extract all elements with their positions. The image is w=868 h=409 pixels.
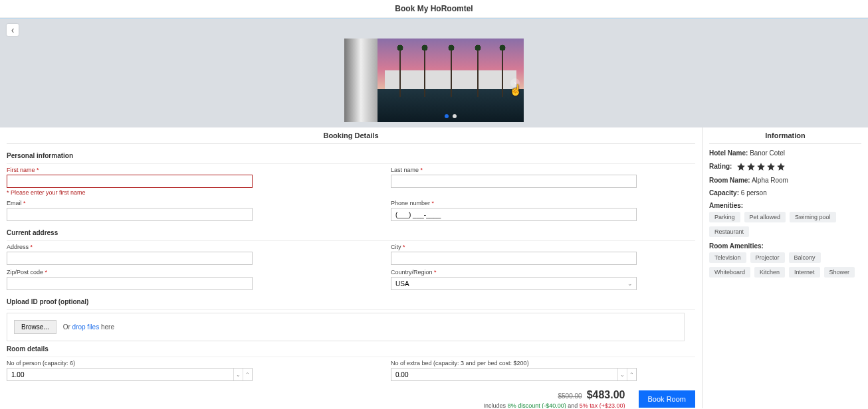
amenity-tag: Television xyxy=(709,252,746,263)
address-input[interactable] xyxy=(7,252,253,265)
rating-stars xyxy=(736,162,786,171)
zip-input[interactable] xyxy=(7,277,253,290)
capacity-row: Capacity: 6 person xyxy=(709,189,861,197)
room-name-row: Room Name: Alpha Room xyxy=(709,177,861,184)
page-title: Book My HoRoomtel xyxy=(0,0,868,18)
beds-label: No of extra bed (capacity: 3 and per bed… xyxy=(391,360,695,367)
hotel-name-row: Hotel Name: Banor Cotel xyxy=(709,149,861,157)
gallery-dots xyxy=(445,114,457,118)
personal-heading: Personal information xyxy=(7,152,695,159)
amenities-row: Amenities: ParkingPet allowedSwiming poo… xyxy=(709,202,861,237)
amenity-tag: Parking xyxy=(709,212,740,222)
email-input[interactable] xyxy=(7,208,253,221)
old-price: $500.00 xyxy=(558,392,582,400)
star-icon xyxy=(766,162,776,171)
stepper-down-button[interactable]: ⌄ xyxy=(617,368,627,380)
star-icon xyxy=(736,162,746,171)
arrow-left-icon xyxy=(11,25,15,35)
gallery-dot[interactable] xyxy=(445,114,449,118)
booking-details-heading: Booking Details xyxy=(7,127,695,144)
star-icon xyxy=(756,162,766,171)
price-note: Includes 8% discount (-$40.00) and 5% ta… xyxy=(484,402,625,408)
star-icon xyxy=(776,162,786,171)
book-room-button[interactable]: Book Room xyxy=(639,390,695,408)
beds-stepper[interactable] xyxy=(391,368,637,381)
email-label: Email * xyxy=(7,200,311,206)
country-select[interactable] xyxy=(391,277,637,290)
amenity-tag: Restaurant xyxy=(709,226,749,237)
first-name-label: First name * xyxy=(7,167,311,173)
back-button[interactable] xyxy=(7,24,19,36)
drop-hint: Or drop files here xyxy=(63,323,114,331)
city-label: City * xyxy=(391,244,695,250)
amenity-tag: Swiming pool xyxy=(790,212,836,222)
amenity-tag: Shower xyxy=(824,267,855,278)
address-heading: Current address xyxy=(7,229,695,236)
stepper-up-button[interactable]: ⌃ xyxy=(627,368,636,380)
amenity-tag: Projector xyxy=(750,252,785,263)
persons-label: No of person (capacity: 6) xyxy=(7,360,311,367)
information-heading: Information xyxy=(709,127,861,144)
star-icon xyxy=(746,162,756,171)
persons-stepper[interactable] xyxy=(7,368,253,381)
browse-button[interactable]: Browse... xyxy=(14,320,56,334)
amenity-tag: Whiteboard xyxy=(709,267,750,278)
rating-row: Rating: xyxy=(709,162,861,171)
new-price: $483.00 xyxy=(587,389,625,400)
hero-banner: › ☝ xyxy=(0,18,868,127)
country-label: Country/Region * xyxy=(391,269,695,276)
upload-dropzone[interactable]: Browse... Or drop files here xyxy=(7,313,685,341)
room-heading: Room details xyxy=(7,345,695,353)
first-name-input[interactable] xyxy=(7,175,253,188)
city-input[interactable] xyxy=(391,252,637,265)
amenity-tag: Pet allowed xyxy=(744,212,786,222)
amenity-tag: Internet xyxy=(789,267,820,278)
image-gallery: › ☝ xyxy=(344,39,524,122)
phone-label: Phone number * xyxy=(391,200,695,206)
first-name-error: * Please enter your first name xyxy=(7,189,311,196)
room-amenities-row: Room Amenities: TelevisionProjectorBalco… xyxy=(709,242,861,278)
last-name-label: Last name * xyxy=(391,167,695,173)
stepper-down-button[interactable]: ⌄ xyxy=(233,368,243,380)
zip-label: Zip/Post code * xyxy=(7,269,311,276)
amenity-tag: Balcony xyxy=(789,252,821,263)
address-label: Address * xyxy=(7,244,311,250)
upload-heading: Upload ID proof (optional) xyxy=(7,298,695,305)
last-name-input[interactable] xyxy=(391,175,637,188)
amenity-tag: Kitchen xyxy=(754,267,785,278)
phone-input[interactable] xyxy=(391,208,637,221)
gallery-dot[interactable] xyxy=(453,114,457,118)
stepper-up-button[interactable]: ⌃ xyxy=(243,368,252,380)
